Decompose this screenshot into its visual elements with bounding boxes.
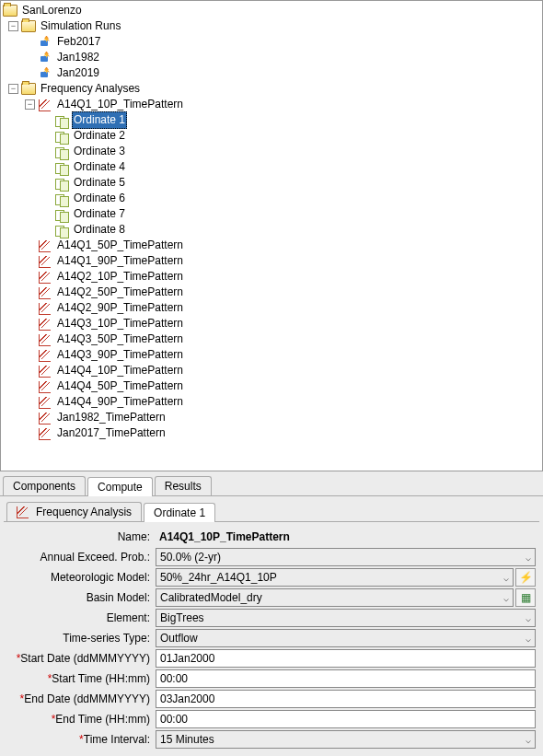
tree-label: A14Q1_10P_TimePattern <box>55 97 185 112</box>
ordinate-form: Name: A14Q1_10P_TimePattern Annual Excee… <box>4 522 539 749</box>
tree-node-sim[interactable]: Jan2019 <box>1 65 542 81</box>
met-model-edit-button[interactable]: ⚡ <box>515 568 536 587</box>
ordinate-icon <box>54 176 69 191</box>
chevron-down-icon: ⌵ <box>526 634 531 644</box>
tree-node-freq-item[interactable]: A14Q2_10P_TimePattern <box>1 269 542 285</box>
project-tree[interactable]: SanLorenzo − Simulation Runs Feb2017 Jan… <box>0 0 543 471</box>
frequency-analysis-icon <box>38 98 52 112</box>
chevron-down-icon: ⌵ <box>526 735 531 745</box>
tree-label: A14Q2_90P_TimePattern <box>55 300 185 316</box>
select-time-interval[interactable]: 15 Minutes⌵ <box>156 730 536 749</box>
frequency-analysis-icon <box>38 317 52 331</box>
label-ts-type: Time-series Type: <box>7 632 156 645</box>
tree-node-freq-item[interactable]: Jan2017_TimePattern <box>1 425 542 441</box>
frequency-analysis-icon <box>17 506 29 518</box>
tree-label: A14Q3_10P_TimePattern <box>55 316 185 331</box>
select-ts-type[interactable]: Outflow⌵ <box>156 629 536 647</box>
frequency-analysis-icon <box>38 301 52 316</box>
tree-label: SanLorenzo <box>20 3 84 18</box>
value-name: A14Q1_10P_TimePattern <box>156 528 536 546</box>
chevron-down-icon: ⌵ <box>503 573 509 583</box>
folder-icon <box>3 4 17 18</box>
simulation-icon <box>38 51 52 65</box>
chevron-down-icon: ⌵ <box>526 552 531 563</box>
tree-node-freq-analyses[interactable]: − Frequency Analyses <box>1 81 542 97</box>
folder-icon <box>21 82 36 97</box>
tree-node-freq-item[interactable]: − A14Q1_10P_TimePattern <box>1 97 542 112</box>
input-end-date[interactable]: 03Jan2000 <box>156 690 536 708</box>
tree-node-sim-runs[interactable]: − Simulation Runs <box>1 18 542 34</box>
input-end-time[interactable]: 00:00 <box>156 710 536 728</box>
tree-node-ordinate[interactable]: Ordinate 3 <box>1 144 542 159</box>
basin-model-edit-button[interactable]: ▦ <box>515 588 536 607</box>
tree-label: A14Q2_10P_TimePattern <box>55 269 185 285</box>
tree-node-ordinate[interactable]: Ordinate 6 <box>1 191 542 206</box>
ordinate-icon <box>54 113 69 128</box>
tree-node-freq-item[interactable]: A14Q2_90P_TimePattern <box>1 300 542 316</box>
folder-icon <box>21 19 36 34</box>
tree-node-ordinate[interactable]: Ordinate 5 <box>1 175 542 191</box>
ordinate-icon <box>54 192 69 206</box>
tree-node-freq-item[interactable]: A14Q1_50P_TimePattern <box>1 238 542 253</box>
tree-node-root[interactable]: SanLorenzo <box>1 3 542 18</box>
label-start-date: *Start Date (ddMMMYYYY) <box>7 652 156 665</box>
chevron-down-icon: ⌵ <box>526 613 531 623</box>
tree-label: Ordinate 4 <box>72 159 127 175</box>
tree-node-freq-item[interactable]: A14Q3_50P_TimePattern <box>1 331 542 347</box>
tree-node-freq-item[interactable]: A14Q1_90P_TimePattern <box>1 253 542 269</box>
ordinate-icon <box>54 223 69 238</box>
tree-node-ordinate[interactable]: Ordinate 8 <box>1 222 542 238</box>
detail-panel: Frequency Analysis Ordinate 1 Name: A14Q… <box>0 496 543 756</box>
ordinate-icon <box>54 129 69 144</box>
label-time-interval: *Time Interval: <box>7 733 156 746</box>
tree-node-freq-item[interactable]: A14Q2_50P_TimePattern <box>1 285 542 300</box>
frequency-analysis-icon <box>38 411 52 425</box>
tree-node-sim[interactable]: Feb2017 <box>1 34 542 50</box>
input-start-date[interactable]: 01Jan2000 <box>156 649 536 668</box>
label-element: Element: <box>7 611 156 624</box>
select-basin-model[interactable]: CalibratedModel_dry⌵ <box>156 588 514 607</box>
tab-results[interactable]: Results <box>155 476 212 495</box>
tree-node-freq-item[interactable]: A14Q3_90P_TimePattern <box>1 347 542 363</box>
tree-label: Ordinate 7 <box>72 206 127 222</box>
frequency-analysis-icon <box>38 254 52 269</box>
simulation-icon <box>38 66 52 81</box>
frequency-analysis-icon <box>38 348 52 363</box>
tree-node-freq-item[interactable]: A14Q3_10P_TimePattern <box>1 316 542 331</box>
subtab-frequency-analysis[interactable]: Frequency Analysis <box>6 502 142 521</box>
chevron-down-icon: ⌵ <box>503 593 509 603</box>
tree-label: A14Q3_50P_TimePattern <box>55 331 185 347</box>
tree-label: Ordinate 5 <box>72 175 127 191</box>
tree-label: Jan1982 <box>55 50 101 65</box>
sub-tab-bar: Frequency Analysis Ordinate 1 <box>4 502 539 522</box>
tab-compute[interactable]: Compute <box>87 477 153 496</box>
simulation-icon <box>38 35 52 50</box>
subtab-ordinate[interactable]: Ordinate 1 <box>144 503 215 522</box>
tree-node-freq-item[interactable]: Jan1982_TimePattern <box>1 410 542 425</box>
tree-node-freq-item[interactable]: A14Q4_10P_TimePattern <box>1 363 542 378</box>
select-met-model[interactable]: 50%_24hr_A14Q1_10P⌵ <box>156 568 514 587</box>
tree-node-ordinate[interactable]: Ordinate 7 <box>1 206 542 222</box>
ordinate-icon <box>54 145 69 159</box>
tree-node-sim[interactable]: Jan1982 <box>1 50 542 65</box>
frequency-analysis-icon <box>38 238 52 253</box>
tree-node-ordinate[interactable]: Ordinate 1 <box>1 112 542 128</box>
label-end-date: *End Date (ddMMMYYYY) <box>7 692 156 705</box>
tree-label: Ordinate 8 <box>72 222 127 238</box>
tree-label: Simulation Runs <box>39 18 122 34</box>
tree-label: Jan1982_TimePattern <box>55 410 168 425</box>
collapse-icon[interactable]: − <box>25 99 35 110</box>
tab-components[interactable]: Components <box>3 476 86 495</box>
collapse-icon[interactable]: − <box>8 84 18 94</box>
tree-label: Ordinate 6 <box>72 191 127 206</box>
tree-node-ordinate[interactable]: Ordinate 4 <box>1 159 542 175</box>
input-start-time[interactable]: 00:00 <box>156 669 536 688</box>
tree-node-freq-item[interactable]: A14Q4_90P_TimePattern <box>1 394 542 410</box>
collapse-icon[interactable]: − <box>8 21 18 31</box>
select-aep[interactable]: 50.0% (2-yr)⌵ <box>156 548 536 566</box>
tree-node-freq-item[interactable]: A14Q4_50P_TimePattern <box>1 378 542 394</box>
label-name: Name: <box>7 530 156 543</box>
tree-node-ordinate[interactable]: Ordinate 2 <box>1 128 542 144</box>
select-element[interactable]: BigTrees⌵ <box>156 609 536 627</box>
tree-label: A14Q1_90P_TimePattern <box>55 253 185 269</box>
